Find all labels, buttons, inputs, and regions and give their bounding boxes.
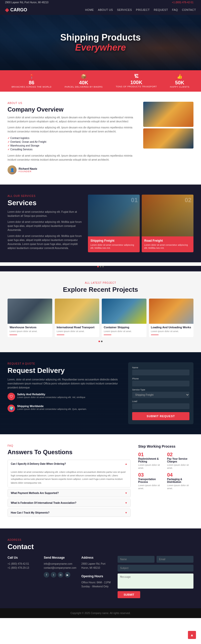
- projects-label: All Latest Project: [8, 281, 193, 284]
- contact-subject-input[interactable]: [118, 565, 193, 571]
- faq-title: Answers To Questions: [8, 449, 131, 456]
- service-card-content-shipping: Shipping Freight Lorem dolor sit amet co…: [88, 236, 140, 252]
- feature-text-worldwide: Shipping Worldwide Lorem ipsum dolor sit…: [17, 405, 87, 414]
- form-input-load[interactable]: [132, 403, 189, 409]
- faq-item-4: How Can I Track My Shipments? ▼: [8, 509, 131, 517]
- faq-item-2: What Payment Methods Are Supported? ▼: [8, 489, 131, 497]
- social-youtube[interactable]: ▶: [65, 572, 70, 578]
- services-label: All Our Services: [8, 195, 83, 197]
- contact-email2: contact@companyname.com: [44, 566, 76, 570]
- step-item-3: 03 Transportation Process Lorem ipsum do…: [138, 472, 165, 490]
- dot-2[interactable]: [100, 266, 101, 267]
- project-dot-2[interactable]: [101, 341, 103, 342]
- nav-home[interactable]: HOME: [85, 8, 94, 11]
- logo: ◈ CARGO: [5, 7, 27, 13]
- nav-contact[interactable]: CONTACT: [182, 8, 196, 11]
- faq-question-3[interactable]: What Is Federation Of International Trad…: [8, 499, 130, 507]
- service-card-road[interactable]: 02 Road Freight Lorem dolor sit amet con…: [142, 195, 193, 252]
- contact-message-input[interactable]: [118, 574, 193, 589]
- contact-col-message: Send Message info@companyname.com contac…: [44, 556, 76, 598]
- project-card-container[interactable]: Container Shipping Lorem ipsum dolor sit…: [102, 299, 146, 337]
- dot-1[interactable]: [97, 266, 99, 267]
- about-para2: Lorem dolor sit amet consectetur adipisc…: [8, 126, 138, 134]
- project-card-road[interactable]: International Road Transport Lorem ipsum…: [55, 299, 99, 337]
- founder-name: Richard Nautz: [19, 167, 37, 170]
- project-card-text-container: Container Shipping Lorem ipsum dolor sit…: [102, 324, 146, 337]
- nav-project[interactable]: PROJECT: [136, 8, 150, 11]
- project-title-warehouse: Warehouse Services: [10, 326, 50, 329]
- faq-question-text-4: How Can I Track My Shipments?: [11, 511, 49, 514]
- stat-label-branches: Branches Across The World: [12, 86, 52, 88]
- address-text: 2900 Lapeer Rd, Port Huron, MI 48210: [81, 562, 113, 570]
- step-title-3: Transportation Process: [138, 478, 165, 483]
- request-submit-button[interactable]: SUBMIT REQUEST: [132, 412, 189, 420]
- form-input-name[interactable]: [132, 370, 189, 375]
- step-title-1: Replenishment & Picking: [138, 457, 165, 463]
- contact-form-row-1: [118, 556, 193, 563]
- nav-faq[interactable]: FAQ: [172, 8, 178, 11]
- call-phone2: +1 (800) 478-29-13: [8, 566, 39, 570]
- nav-about[interactable]: ABOUT US: [98, 8, 113, 11]
- request-text: Request A Quote Request Delivery Lorem, …: [8, 362, 121, 424]
- social-facebook[interactable]: f: [44, 572, 49, 578]
- stat-number-tons: 100K: [116, 80, 157, 85]
- contact-name-input[interactable]: [118, 556, 155, 563]
- form-group-load: Load: [132, 400, 189, 409]
- services-text: All Our Services Services Lorem dolor si…: [8, 195, 83, 252]
- call-us-title: Call Us: [8, 556, 39, 559]
- project-title-loading: Loading And Unloading Works: [151, 326, 192, 329]
- project-dot-1[interactable]: [98, 341, 100, 342]
- stat-parcel: 📦 40K Parcel Delivered by Bikers: [65, 74, 103, 88]
- send-msg-title: Send Message: [44, 556, 76, 559]
- contact-submit-button[interactable]: SUBMIT: [118, 591, 140, 598]
- stat-icon-clients: 👍: [170, 74, 189, 79]
- hours-text: Office Hours: 8AM - 11PM Sunday - Weeken…: [81, 581, 113, 589]
- project-dots: [8, 341, 193, 342]
- step-num-3: 03: [138, 472, 165, 477]
- service-card-shipping[interactable]: 01 Shipping Freight Lorem dolor sit amet…: [88, 195, 140, 252]
- hours-title: Opening Hours: [81, 575, 113, 578]
- step-desc-3: Lorem ipsum dolor sit amet.: [138, 484, 165, 490]
- hero-section: Shipping Products Everywhere: [0, 15, 201, 70]
- faq-question-4[interactable]: How Can I Track My Shipments? ▼: [8, 509, 130, 517]
- project-img-warehouse: [8, 299, 52, 324]
- service-card-content-road: Road Freight Lorem dolor sit amet consec…: [142, 236, 193, 252]
- contact-grid: Call Us +1 (800) 478-42-51 +1 (800) 478-…: [8, 556, 193, 598]
- social-linkedin[interactable]: in: [58, 572, 63, 578]
- service-num-1: 01: [131, 197, 138, 204]
- projects-title: Explore Recent Projects: [8, 286, 193, 294]
- form-select-service[interactable]: Shipping Freight: [132, 392, 189, 398]
- feature-text-safety: Safety And Reliability Lorem ipsum dolor…: [17, 393, 85, 402]
- form-input-phone[interactable]: [132, 381, 189, 386]
- step-item-1: 01 Replenishment & Picking Lorem ipsum d…: [138, 452, 165, 470]
- stats-bar: 📍 86 Branches Across The World 📦 40K Par…: [0, 70, 201, 92]
- contact-email-input[interactable]: [157, 556, 193, 563]
- about-text: About Us Company Overview Lorem dolor si…: [8, 102, 138, 174]
- feature-icon-safety: 🛡: [8, 393, 15, 400]
- project-card-loading[interactable]: Loading And Unloading Works Lorem ipsum …: [149, 299, 194, 337]
- about-label: About Us: [8, 102, 138, 104]
- project-desc-road: Lorem ipsum dolor sit amet.: [57, 330, 97, 333]
- project-underline: [10, 335, 17, 335]
- service-card-title-road: Road Freight: [144, 239, 191, 242]
- services-para2: Lorem dolor sit amet consectetur adipisc…: [8, 220, 83, 232]
- nav-request[interactable]: REQUEST: [154, 8, 168, 11]
- form-label-phone: Phone: [132, 377, 189, 380]
- hero-subtitle: Everywhere: [75, 42, 126, 53]
- logo-text: CARGO: [10, 7, 27, 13]
- nav-links: HOME ABOUT US SERVICES PROJECT REQUEST F…: [85, 8, 196, 11]
- project-card-text-road: International Road Transport Lorem ipsum…: [55, 324, 99, 337]
- stat-icon-parcel: 📦: [65, 74, 103, 79]
- nav-services[interactable]: SERVICES: [117, 8, 132, 11]
- feature-title-safety: Safety And Reliability: [17, 393, 85, 396]
- social-twitter[interactable]: t: [51, 572, 56, 578]
- stat-label-tons: Tons of Products Transport: [116, 85, 157, 88]
- call-phone1: +1 (800) 478-42-51: [8, 562, 39, 566]
- faq-question-2[interactable]: What Payment Methods Are Supported? ▼: [8, 489, 130, 497]
- dot-3[interactable]: [102, 266, 104, 267]
- stat-icon-tons: 🏗: [116, 74, 157, 79]
- project-card-warehouse[interactable]: Warehouse Services Lorem ipsum dolor sit…: [8, 299, 52, 337]
- faq-question-1[interactable]: Can I Specify A Delivery Date When Order…: [8, 460, 130, 468]
- logo-icon: ◈: [5, 7, 9, 13]
- step-desc-4: Lorem ipsum dolor sit amet.: [167, 484, 193, 490]
